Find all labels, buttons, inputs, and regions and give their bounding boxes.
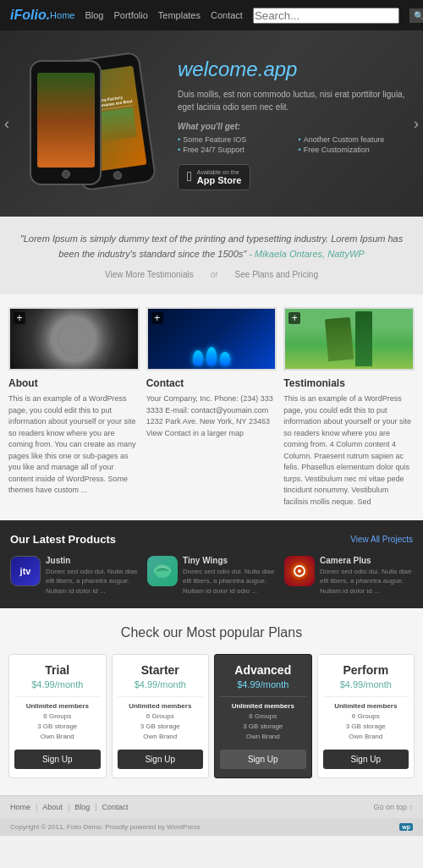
testimonial-author: - Mikaela Ontares, NattyWP xyxy=(249,249,364,259)
hero-section: ‹ Banana FactoryYellow Bananas are Best xyxy=(0,30,423,217)
plan-perform-signup[interactable]: Sign Up xyxy=(323,750,409,769)
plan-advanced-signup[interactable]: Sign Up xyxy=(220,750,306,769)
footer-nav: Home | About | Blog | Contact Go on top … xyxy=(0,795,423,818)
plan-starter: Starter $4.99/month Unlimited members 6 … xyxy=(112,654,210,778)
feature-about-title: About xyxy=(8,377,140,389)
copyright: Copyright © 2011, Folio Demo. Proudly po… xyxy=(10,823,201,831)
feature-contact-plus[interactable]: + xyxy=(151,312,163,324)
features-grid: •Some Feature IOS •Another Custom featur… xyxy=(178,135,410,154)
plan-advanced: Advanced $4.99/month Unlimited members 6… xyxy=(214,654,312,778)
bulbs-decoration xyxy=(148,309,276,369)
feature-testimonials-title: Testimonials xyxy=(283,377,415,389)
plan-advanced-name: Advanced xyxy=(220,663,306,677)
testimonial-links: View More Testimonials or See Plans and … xyxy=(17,270,406,279)
footer: Copyright © 2011, Folio Demo. Proudly po… xyxy=(0,818,423,836)
phone-front xyxy=(30,60,102,185)
product-tinywings-info: Tiny Wings Donec sed odio dui. Nulla dia… xyxy=(183,556,276,596)
product-justin-icon: jtv xyxy=(10,556,41,586)
nav-templates[interactable]: Templates xyxy=(158,10,201,20)
hero-content: welcome.app Duis mollis, est non commodo… xyxy=(178,58,410,190)
testimonial-section: "Lorem Ipsum is simply dummy text of the… xyxy=(0,217,423,294)
plan-starter-f2: 3 GB storage xyxy=(118,722,204,730)
plan-trial-price: $4.99/month xyxy=(14,679,101,689)
footer-sep-1: | xyxy=(36,803,37,811)
testimonial-sep: or xyxy=(211,270,218,279)
app-store-button[interactable]:  Available on the App Store xyxy=(178,164,250,190)
hero-prev-arrow[interactable]: ‹ xyxy=(4,115,9,133)
product-tinywings-desc: Donec sed odio dui. Nulla diae ellt libe… xyxy=(183,567,276,596)
phone-back-button xyxy=(113,171,122,180)
wheel-decoration xyxy=(52,318,95,360)
view-all-projects-link[interactable]: View All Projects xyxy=(350,535,413,544)
hero-title-accent: app xyxy=(263,58,297,80)
feature-about: + About This is an example of a WordPres… xyxy=(8,307,140,508)
apple-icon:  xyxy=(187,169,192,184)
plan-trial: Trial $4.99/month Unlimited members 6 Gr… xyxy=(8,654,107,778)
pricing-link[interactable]: See Plans and Pricing xyxy=(235,270,318,279)
footer-link-home[interactable]: Home xyxy=(10,803,30,811)
footer-link-contact[interactable]: Contact xyxy=(102,803,129,811)
plan-trial-f1: 6 Groups xyxy=(14,712,101,720)
feature-about-desc: This is an example of a WordPress page, … xyxy=(8,393,140,497)
tinywings-icon-svg xyxy=(151,559,174,583)
plant-2 xyxy=(355,311,372,366)
feature-testimonials-plus[interactable]: + xyxy=(288,312,300,324)
svg-point-3 xyxy=(298,569,301,573)
plan-advanced-f1: 6 Groups xyxy=(220,712,306,720)
plan-advanced-f0: Unlimited members xyxy=(220,702,306,710)
product-tinywings: Tiny Wings Donec sed odio dui. Nulla dia… xyxy=(147,556,276,596)
product-justin-desc: Donec sed odio dui. Nulla diae ellt libe… xyxy=(46,567,139,596)
feature-contact-image: + xyxy=(146,307,277,371)
search-input[interactable] xyxy=(253,8,399,24)
plan-perform-name: Perform xyxy=(323,663,409,677)
product-cameraplus-desc: Donec sed odio dui. Nulla diae ellt libe… xyxy=(320,567,413,596)
search-button[interactable]: 🔍 xyxy=(409,8,423,23)
phone-front-button xyxy=(62,170,70,179)
products-row: jtv Justin Donec sed odio dui. Nulla dia… xyxy=(10,556,413,596)
plan-starter-f1: 6 Groups xyxy=(118,712,204,720)
products-header: Our Latest Products View All Projects xyxy=(10,533,413,546)
plan-perform-f3: Own Brand xyxy=(323,733,409,740)
feature-contact-title: Contact xyxy=(146,377,277,389)
footer-link-blog[interactable]: Blog xyxy=(74,803,90,811)
feature-item-0: •Some Feature IOS xyxy=(178,135,290,144)
plan-trial-f3: Own Brand xyxy=(14,733,101,740)
testimonial-quote: "Lorem Ipsum is simply dummy text of the… xyxy=(17,232,406,261)
jtv-label: jtv xyxy=(20,566,31,576)
plan-perform: Perform $4.99/month Unlimited members 6 … xyxy=(317,654,415,778)
plant-1 xyxy=(325,316,354,360)
cameraplus-icon-svg xyxy=(288,559,311,583)
plan-trial-signup[interactable]: Sign Up xyxy=(14,750,101,769)
plan-trial-divider xyxy=(14,696,101,697)
plans-row: Trial $4.99/month Unlimited members 6 Gr… xyxy=(8,654,415,778)
hero-next-arrow[interactable]: › xyxy=(414,115,419,133)
feature-about-plus[interactable]: + xyxy=(14,312,25,324)
go-top-link[interactable]: Go on top ↑ xyxy=(373,803,413,811)
nav-home[interactable]: Home xyxy=(50,10,74,20)
bulb-1 xyxy=(193,350,203,365)
nav-portfolio[interactable]: Portfolio xyxy=(113,10,147,20)
footer-links: Home | About | Blog | Contact xyxy=(10,803,129,811)
app-store-text: Available on the App Store xyxy=(197,169,242,185)
feature-testimonials-desc: This is an example of a WordPress page, … xyxy=(283,393,415,508)
wp-logo: wp xyxy=(399,823,413,831)
feature-about-image: + xyxy=(8,307,140,371)
plan-starter-f3: Own Brand xyxy=(118,733,204,740)
plan-starter-price: $4.99/month xyxy=(118,679,204,689)
hero-title: welcome.app xyxy=(178,58,410,81)
feature-contact: + Contact Your Company, Inc. Phone: (234… xyxy=(146,307,277,508)
plan-advanced-f3: Own Brand xyxy=(220,733,306,740)
feature-item-2: •Free 24/7 Support xyxy=(178,146,290,154)
footer-link-about[interactable]: About xyxy=(42,803,63,811)
product-cameraplus: Camera Plus Donec sed odio dui. Nulla di… xyxy=(284,556,413,596)
footer-sep-3: | xyxy=(95,803,96,811)
nav-contact[interactable]: Contact xyxy=(211,10,243,20)
product-cameraplus-name: Camera Plus xyxy=(320,556,413,565)
product-justin: jtv Justin Donec sed odio dui. Nulla dia… xyxy=(10,556,139,596)
nav-blog[interactable]: Blog xyxy=(85,10,103,20)
app-store-name: App Store xyxy=(197,175,242,185)
plan-starter-signup[interactable]: Sign Up xyxy=(118,750,204,769)
features-row: + About This is an example of a WordPres… xyxy=(8,307,415,508)
testimonials-link[interactable]: View More Testimonials xyxy=(105,270,194,279)
hero-features-label: What you'll get: xyxy=(178,122,410,131)
